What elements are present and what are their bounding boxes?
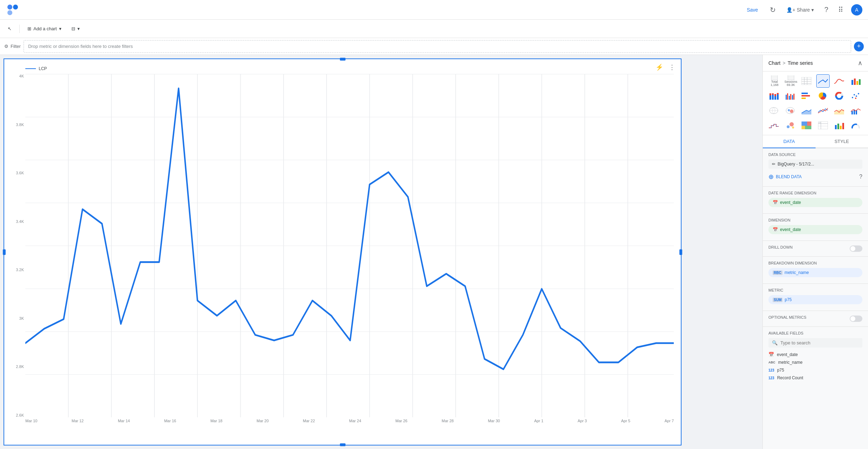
chart-type-combo[interactable] [849, 104, 862, 117]
field-event-date[interactable]: 📅 event_date [768, 350, 862, 358]
svg-rect-77 [805, 126, 811, 129]
chart-container[interactable]: ⚡ ⋮ LCP 4K 3.8K 3.6K [4, 58, 682, 445]
field-record-count[interactable]: 123 Record Count [768, 374, 862, 382]
filter-drop-zone[interactable]: Drop metric or dimension fields here to … [24, 40, 851, 53]
record-count-icon: 123 [768, 376, 774, 380]
dimension-calendar-icon: 📅 [773, 227, 778, 232]
panel-tabs: DATA STYLE [763, 135, 868, 148]
svg-rect-84 [837, 124, 839, 129]
drill-down-section: Drill down [763, 241, 868, 257]
filterbar: ⚙ Filter Drop metric or dimension fields… [0, 38, 868, 55]
svg-point-0 [7, 5, 12, 10]
optional-metrics-toggle[interactable] [850, 316, 862, 322]
chart-type-sessions[interactable]: Sessions 69.3K [784, 74, 799, 88]
svg-rect-79 [818, 121, 821, 124]
svg-rect-75 [807, 121, 811, 126]
main: ⚡ ⋮ LCP 4K 3.8K 3.6K [0, 55, 868, 449]
data-source-title: Data source [768, 152, 862, 157]
drill-down-title: Drill down [768, 245, 793, 249]
refresh-button[interactable]: ↻ [768, 4, 778, 16]
chart-type-pivot[interactable] [816, 119, 830, 132]
breakdown-type-icon: RBC [773, 270, 783, 275]
svg-rect-85 [840, 126, 842, 129]
chart-type-bar[interactable] [849, 74, 862, 88]
chart-type-gauge[interactable] [849, 119, 862, 132]
chart-type-scatter[interactable] [849, 89, 862, 102]
chart-type-stacked-bar[interactable] [767, 89, 780, 102]
chart-type-area-combo[interactable] [832, 104, 846, 117]
chart-type-compact-table[interactable] [800, 74, 813, 88]
svg-point-59 [854, 94, 855, 95]
help-icon: ? [824, 6, 828, 14]
metric-title: Metric [768, 288, 862, 292]
svg-point-2 [7, 10, 12, 15]
blend-help-icon[interactable]: ? [859, 174, 862, 180]
svg-rect-51 [802, 93, 808, 94]
field-p75[interactable]: 123 p75 [768, 366, 862, 374]
arrange-button[interactable]: ⊟ ▾ [68, 24, 83, 33]
refresh-icon: ↻ [770, 6, 776, 14]
chart-type-geo-bubble[interactable] [784, 104, 797, 117]
filter-add-button[interactable]: + [854, 42, 864, 51]
chart-type-stacked-area[interactable] [800, 104, 813, 117]
help-button[interactable]: ? [822, 4, 830, 16]
chart-type-donut[interactable] [832, 89, 846, 102]
breakdown-field[interactable]: RBC metric_name [768, 268, 862, 277]
field-metric-name[interactable]: ABC metric_name [768, 358, 862, 366]
chart-type-geo-map[interactable] [767, 104, 780, 117]
blend-add-icon: ⊕ [768, 173, 774, 181]
svg-rect-19 [771, 75, 778, 80]
share-button[interactable]: 👤+ Share ▾ [784, 5, 817, 15]
panel-close-button[interactable]: ∧ [858, 59, 862, 67]
search-input[interactable] [780, 340, 859, 345]
dimension-field[interactable]: 📅 event_date [768, 225, 862, 234]
tab-data[interactable]: DATA [763, 135, 816, 148]
tab-style[interactable]: STYLE [816, 135, 868, 148]
svg-rect-76 [802, 126, 805, 129]
svg-point-73 [792, 126, 794, 129]
y-axis-labels: 4K 3.8K 3.6K 3.4K 3.2K 3K 2.8K 2.6K [7, 74, 24, 417]
canvas[interactable]: ⚡ ⋮ LCP 4K 3.8K 3.6K [0, 55, 762, 449]
cursor-tool-button[interactable]: ↖ [4, 24, 15, 33]
dimension-section: Dimension 📅 event_date [763, 214, 868, 241]
svg-rect-47 [789, 96, 790, 100]
date-range-field[interactable]: 📅 event_date [768, 198, 862, 207]
dimension-title: Dimension [768, 218, 862, 222]
chart-type-pie[interactable] [816, 89, 830, 102]
chart-type-treemap[interactable] [800, 119, 813, 132]
datasource-chip[interactable]: ✏ BigQuery - 5/17/2... [768, 160, 862, 169]
chart-type-horizontal-bar[interactable] [800, 89, 813, 102]
chart-type-colored-bar[interactable] [832, 119, 846, 132]
chart-type-bubble[interactable] [784, 119, 797, 132]
chart-type-multi-bar[interactable] [784, 89, 797, 102]
save-button[interactable]: Save [742, 5, 762, 15]
svg-point-71 [787, 125, 790, 128]
add-chart-button[interactable]: ⊞ Add a chart ▾ [24, 24, 65, 33]
search-box: 🔍 [768, 338, 862, 348]
blend-data-button[interactable]: ⊕ BLEND DATA [768, 172, 802, 182]
apps-icon: ⠿ [838, 6, 843, 14]
panel-header: Chart > Time series ∧ [763, 55, 868, 71]
breakdown-title: Breakdown Dimension [768, 261, 862, 265]
drill-down-toggle[interactable] [850, 245, 862, 252]
svg-rect-41 [774, 96, 776, 100]
chart-type-time-series[interactable] [816, 74, 830, 88]
svg-point-67 [790, 110, 793, 113]
x-axis-labels: Mar 10 Mar 12 Mar 14 Mar 16 Mar 18 Mar 2… [25, 419, 674, 423]
svg-rect-33 [851, 80, 853, 85]
chart-type-smooth-line[interactable] [832, 74, 846, 88]
svg-point-61 [858, 93, 859, 94]
avatar[interactable]: A [851, 4, 862, 15]
data-source-section: Data source ✏ BigQuery - 5/17/2... ⊕ BLE… [763, 148, 868, 187]
chart-type-table-total[interactable]: Total 1,168 [767, 74, 782, 88]
metric-section: Metric SUM p75 [763, 284, 868, 311]
svg-rect-86 [842, 123, 844, 129]
apps-button[interactable]: ⠿ [836, 4, 845, 16]
calendar-icon: 📅 [773, 200, 778, 205]
toolbar-separator [19, 25, 20, 33]
chart-type-stepped-line[interactable] [767, 119, 780, 132]
event-date-icon: 📅 [768, 352, 774, 357]
chart-type-multi-line[interactable] [816, 104, 830, 117]
metric-field[interactable]: SUM p75 [768, 295, 862, 304]
chart-types-grid: Total 1,168 Sessions 69.3K [763, 71, 868, 135]
